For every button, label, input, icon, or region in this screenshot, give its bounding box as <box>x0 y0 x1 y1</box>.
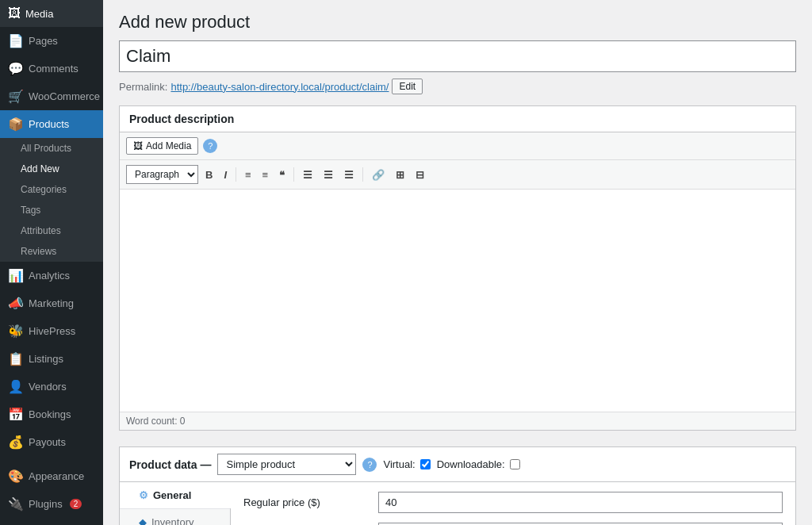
sidebar-item-analytics[interactable]: 📊 Analytics <box>0 262 103 289</box>
tab-general[interactable]: ⚙ General <box>120 482 230 509</box>
downloadable-checkbox[interactable] <box>510 459 520 469</box>
italic-button[interactable]: I <box>220 167 231 182</box>
permalink-edit-button[interactable]: Edit <box>392 79 423 94</box>
tab-inventory[interactable]: ◆ Inventory <box>120 509 230 525</box>
sidebar-item-hivepress[interactable]: 🐝 HivePress <box>0 317 103 345</box>
sidebar-sub-add-new[interactable]: Add New <box>0 159 103 179</box>
description-panel-header: Product description <box>120 106 795 132</box>
analytics-icon: 📊 <box>8 268 24 283</box>
virtual-checkbox[interactable] <box>420 459 431 469</box>
sidebar-item-label: Products <box>29 118 69 130</box>
table-button[interactable]: ⊞ <box>392 167 408 182</box>
virtual-label: Virtual: <box>383 458 415 470</box>
sidebar-sub-all-products[interactable]: All Products <box>0 138 103 159</box>
sidebar-item-users[interactable]: 👥 Users <box>0 518 103 525</box>
description-panel-body: 🖼 Add Media ? Paragraph B I ≡ <box>120 132 795 430</box>
product-description-panel: Product description 🖼 Add Media ? Paragr… <box>119 105 796 431</box>
sidebar-item-label: WooCommerce <box>29 90 100 102</box>
add-media-button[interactable]: 🖼 Add Media <box>126 137 198 155</box>
media-icon: 🖼 <box>8 6 21 21</box>
sidebar-item-marketing[interactable]: 📣 Marketing <box>0 289 103 317</box>
editor-footer: Word count: 0 <box>120 412 795 430</box>
sidebar-item-label: Marketing <box>29 297 74 309</box>
blockquote-button[interactable]: ❝ <box>275 167 289 182</box>
align-right-button[interactable]: ☰ <box>340 167 358 182</box>
sidebar-item-label: Payouts <box>29 436 66 448</box>
sidebar-item-listings[interactable]: 📋 Listings <box>0 345 103 373</box>
sidebar-item-pages[interactable]: 📄 Pages <box>0 27 103 55</box>
product-type-select[interactable]: Simple product Grouped product External/… <box>217 454 356 475</box>
paragraph-select[interactable]: Paragraph <box>126 165 198 184</box>
payouts-icon: 💰 <box>8 435 24 450</box>
toolbar-divider-3 <box>362 167 363 182</box>
sidebar-item-label: Bookings <box>29 408 71 420</box>
regular-price-row: Regular price ($) <box>243 492 783 513</box>
sidebar-sub-attributes[interactable]: Attributes <box>0 220 103 241</box>
inventory-tab-icon: ◆ <box>139 516 147 525</box>
unordered-list-button[interactable]: ≡ <box>241 167 255 182</box>
word-count: Word count: 0 <box>126 416 185 427</box>
sidebar-item-vendors[interactable]: 👤 Vendors <box>0 373 103 400</box>
regular-price-input[interactable] <box>378 492 783 513</box>
appearance-icon: 🎨 <box>8 469 24 484</box>
sidebar-item-media[interactable]: 🖼 Media <box>0 0 103 27</box>
help-icon[interactable]: ? <box>203 139 217 153</box>
sidebar-item-label: Pages <box>29 35 58 47</box>
editor-toolbar: Paragraph B I ≡ ≡ ❝ ☰ ☰ ☰ 🔗 ⊞ ⊟ <box>120 160 795 190</box>
bold-button[interactable]: B <box>201 167 216 182</box>
bookings-icon: 📅 <box>8 407 24 422</box>
sidebar-sub-categories[interactable]: Categories <box>0 179 103 200</box>
sidebar-item-comments[interactable]: 💬 Comments <box>0 55 103 82</box>
sidebar-item-plugins[interactable]: 🔌 Plugins 2 <box>0 490 103 518</box>
plugins-icon: 🔌 <box>8 496 24 512</box>
product-data-tabs: ⚙ General ◆ Inventory 🔗 Linked Products <box>120 482 231 525</box>
sidebar-sub-tags[interactable]: Tags <box>0 200 103 220</box>
sidebar-item-label: Listings <box>29 353 63 365</box>
editor-content[interactable] <box>120 190 795 412</box>
sidebar-item-label: Media <box>25 8 53 20</box>
sidebar-item-products[interactable]: 📦 Products <box>0 110 103 138</box>
toolbar-divider-1 <box>236 167 236 182</box>
product-data-header: Product data — Simple product Grouped pr… <box>120 447 795 482</box>
sidebar-item-bookings[interactable]: 📅 Bookings <box>0 400 103 428</box>
listings-icon: 📋 <box>8 351 24 366</box>
ordered-list-button[interactable]: ≡ <box>259 167 273 182</box>
sidebar-item-label: HivePress <box>29 325 75 337</box>
content-area: Add new product Permalink: http://beauty… <box>103 0 812 525</box>
add-media-icon: 🖼 <box>133 140 143 151</box>
sidebar: 🖼 Media 📄 Pages 💬 Comments 🛒 WooCommerce… <box>0 0 103 525</box>
product-title-input[interactable] <box>119 40 796 72</box>
woo-icon: 🛒 <box>8 89 24 104</box>
sidebar-item-woocommerce[interactable]: 🛒 WooCommerce <box>0 82 103 110</box>
virtual-check-row: Virtual: <box>383 458 430 470</box>
regular-price-label: Regular price ($) <box>243 496 370 508</box>
downloadable-check-row: Downloadable: <box>437 458 520 470</box>
plugins-badge: 2 <box>70 499 82 509</box>
general-tab-label: General <box>153 489 191 501</box>
permalink-link[interactable]: http://beauty-salon-directory.local/prod… <box>170 81 389 93</box>
product-data-label: Product data — <box>129 458 211 471</box>
sidebar-item-label: Analytics <box>29 270 70 282</box>
sidebar-sub-reviews[interactable]: Reviews <box>0 241 103 262</box>
more-button[interactable]: ⊟ <box>412 167 428 182</box>
permalink-row: Permalink: http://beauty-salon-directory… <box>119 79 796 94</box>
comments-icon: 💬 <box>8 61 24 76</box>
product-data-panel: Product data — Simple product Grouped pr… <box>119 446 796 525</box>
product-data-body: ⚙ General ◆ Inventory 🔗 Linked Products <box>120 482 795 525</box>
sidebar-item-label: Appearance <box>29 470 84 482</box>
product-general-panel: Regular price ($) Sale price ($) <box>231 482 795 525</box>
sidebar-item-appearance[interactable]: 🎨 Appearance <box>0 462 103 490</box>
sidebar-item-payouts[interactable]: 💰 Payouts <box>0 428 103 456</box>
hivepress-icon: 🐝 <box>8 324 24 339</box>
inventory-tab-label: Inventory <box>151 516 193 525</box>
align-left-button[interactable]: ☰ <box>299 167 316 182</box>
products-submenu: All Products Add New Categories Tags Att… <box>0 138 103 262</box>
products-icon: 📦 <box>8 117 24 132</box>
sidebar-item-label: Plugins <box>29 498 63 510</box>
link-button[interactable]: 🔗 <box>368 167 389 182</box>
product-type-help-icon[interactable]: ? <box>362 458 377 472</box>
align-center-button[interactable]: ☰ <box>320 167 337 182</box>
editor-top-bar: 🖼 Add Media ? <box>120 132 795 160</box>
permalink-label: Permalink: <box>119 81 167 93</box>
page-title: Add new product <box>119 12 796 33</box>
